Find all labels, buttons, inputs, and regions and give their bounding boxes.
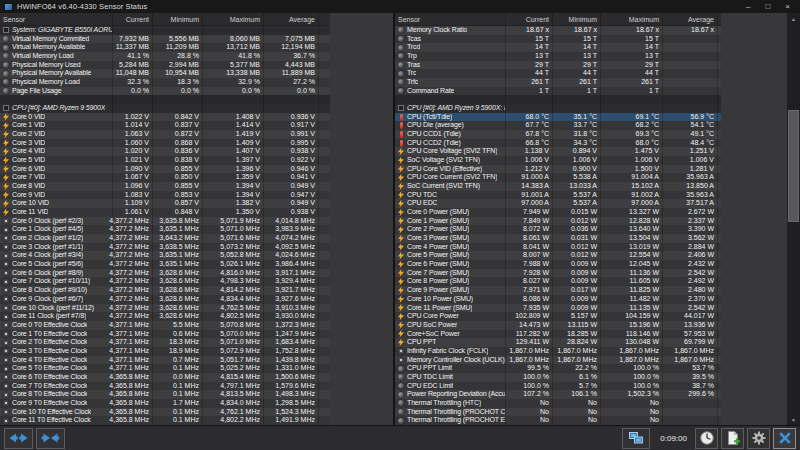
sensor-row[interactable]: Core 4 Power (SMU)8.041 W0.012 W13.019 W…: [395, 243, 721, 252]
sensor-row[interactable]: Command Rate1 T1 T1 T: [395, 87, 721, 96]
sensor-row[interactable]: Physical Memory Used5,284 MB2,994 MB5,37…: [0, 61, 330, 70]
sensor-row[interactable]: Thermal Throttling (PROCHOT CPU)NoNoNo: [395, 408, 721, 417]
sensor-row[interactable]: CPU TDC Limit100.0 %6.1 %100.0 %39.5 %: [395, 373, 721, 382]
minimize-button[interactable]: –: [746, 0, 750, 13]
sensor-row[interactable]: SoC Current (SVI2 TFN)14.383 A13.033 A15…: [395, 182, 721, 191]
sensor-row[interactable]: Core 0 Clock (perf #2/3)4,377.2 MHz3,635…: [0, 217, 330, 226]
sensor-group-header[interactable]: CPU [#0]: AMD Ryzen 9 5900X: Enhan...: [395, 104, 721, 113]
checkbox-icon[interactable]: [3, 27, 9, 33]
sensor-row[interactable]: Core 6 T0 Effective Clock4,365.8 MHz0.0 …: [0, 373, 330, 382]
scrollbar-thumb[interactable]: [788, 110, 799, 222]
sensor-group-header[interactable]: System: GIGABYTE B550I AORUS PRO AX: [0, 26, 330, 35]
sensor-row[interactable]: Core 5 VID1.021 V0.838 V1.397 V0.922 V: [0, 156, 330, 165]
sensor-row[interactable]: Core 3 Power (SMU)8.061 W0.031 W13.504 W…: [395, 234, 721, 243]
sensor-row[interactable]: Core 10 Clock (perf #11/12)4,377.2 MHz3,…: [0, 304, 330, 313]
column-header-maximum[interactable]: Maximum: [202, 13, 263, 25]
sensor-row[interactable]: CPU PPT129.411 W28.824 W130.048 W69.799 …: [395, 338, 721, 347]
sensor-row[interactable]: Virtual Memory Available11,337 MB11,209 …: [0, 43, 330, 52]
sensor-row[interactable]: Core 8 T0 Effective Clock4,365.8 MHz0.1 …: [0, 390, 330, 399]
sensor-row[interactable]: SoC Voltage (SVI2 TFN)1.006 V1.006 V1.00…: [395, 156, 721, 165]
column-header-sensor[interactable]: Sensor: [0, 13, 112, 25]
sensor-row[interactable]: Core 2 T0 Effective Clock4,377.1 MHz18.3…: [0, 338, 330, 347]
column-header-average[interactable]: Average: [662, 13, 717, 25]
sensor-row[interactable]: Core 3 VID1.060 V0.868 V1.409 V0.995 V: [0, 139, 330, 148]
expand-columns-button[interactable]: [4, 428, 33, 449]
sensor-row[interactable]: Core 2 Power (SMU)8.072 W0.036 W13.640 W…: [395, 225, 721, 234]
logging-report-button[interactable]: [721, 428, 744, 449]
sensor-row[interactable]: CPU CCD1 (Tdie)67.8 °C31.8 °C69.3 °C49.1…: [395, 130, 721, 139]
sensor-row[interactable]: Core 11 T0 Effective Clock4,365.8 MHz0.1…: [0, 416, 330, 425]
sensor-row[interactable]: CPU TDC91.001 A5.537 A91.002 A35.963 A: [395, 191, 721, 200]
sensor-row[interactable]: Core 8 VID1.096 V0.855 V1.394 V0.949 V: [0, 182, 330, 191]
column-header-sensor[interactable]: Sensor: [395, 13, 505, 25]
sensor-row[interactable]: Tras29 T29 T29 T: [395, 61, 721, 70]
sensor-row[interactable]: CPU PPT Limit99.5 %22.2 %100.0 %53.7 %: [395, 364, 721, 373]
scroll-up-icon[interactable]: ▲: [787, 13, 800, 24]
sensor-row[interactable]: Core 6 VID1.090 V0.855 V1.396 V0.946 V: [0, 165, 330, 174]
column-header-current[interactable]: Current: [112, 13, 152, 25]
checkbox-icon[interactable]: [398, 105, 404, 111]
sensor-row[interactable]: Core 9 Power (SMU)7.971 W0.017 W11.825 W…: [395, 286, 721, 295]
sensor-row[interactable]: Core 4 Clock (perf #3/4)4,377.2 MHz3,635…: [0, 251, 330, 260]
sensor-row[interactable]: Thermal Throttling (HTC)NoNoNo: [395, 399, 721, 408]
sensor-row[interactable]: CPU EDC97.000 A5.537 A97.000 A37.517 A: [395, 199, 721, 208]
column-header-maximum[interactable]: Maximum: [600, 13, 662, 25]
sensor-row[interactable]: Trcd14 T14 T14 T: [395, 43, 721, 52]
sensor-row[interactable]: Core 1 Power (SMU)7.849 W0.012 W12.828 W…: [395, 217, 721, 226]
sensor-row[interactable]: Physical Memory Load32.3 %18.3 %32.9 %27…: [0, 78, 330, 87]
configure-button[interactable]: [747, 428, 770, 449]
sensor-row[interactable]: Core 6 Power (SMU)7.988 W0.009 W12.045 W…: [395, 260, 721, 269]
sensor-row[interactable]: Core 6 Clock (perf #8/9)4,377.2 MHz3,628…: [0, 269, 330, 278]
sensor-row[interactable]: Power Reporting Deviation (Accuracy)107.…: [395, 390, 721, 399]
sensor-row[interactable]: Core 10 Power (SMU)8.086 W0.009 W11.482 …: [395, 295, 721, 304]
maximize-button[interactable]: □: [765, 0, 770, 13]
sensor-row[interactable]: Core 7 Clock (perf #10/11)4,377.2 MHz3,6…: [0, 277, 330, 286]
sensor-row[interactable]: Core 2 Clock (perf #1/2)4,377.2 MHz3,643…: [0, 234, 330, 243]
sensor-row[interactable]: CPU EDC Limit100.0 %5.7 %100.0 %38.7 %: [395, 382, 721, 391]
sensor-row[interactable]: Core 4 T0 Effective Clock4,377.1 MHz0.7 …: [0, 356, 330, 365]
sensor-row[interactable]: Memory Controller Clock (UCLK)1,867.0 MH…: [395, 356, 721, 365]
sensor-row[interactable]: Core 7 Power (SMU)7.928 W0.009 W11.136 W…: [395, 269, 721, 278]
sensor-row[interactable]: Infinity Fabric Clock (FCLK)1,867.0 MHz1…: [395, 347, 721, 356]
sensor-row[interactable]: Core 10 VID1.109 V0.857 V1.382 V0.949 V: [0, 199, 330, 208]
sensor-row[interactable]: Memory Clock Ratio18.67 x18.67 x18.67 x1…: [395, 26, 721, 35]
sensor-row[interactable]: Core 1 Clock (perf #4/5)4,377.2 MHz3,635…: [0, 225, 330, 234]
sensor-row[interactable]: Core 0 Power (SMU)7.949 W0.015 W13.327 W…: [395, 208, 721, 217]
sensor-row[interactable]: CPU Core Voltage (SVI2 TFN)1.138 V0.894 …: [395, 147, 721, 156]
sensor-row[interactable]: Core 2 VID1.063 V0.872 V1.419 V0.991 V: [0, 130, 330, 139]
sensor-row[interactable]: Core 5 T0 Effective Clock4,377.1 MHz0.1 …: [0, 364, 330, 373]
scrollbar-track[interactable]: [787, 24, 800, 414]
sensor-row[interactable]: Trp13 T13 T13 T: [395, 52, 721, 61]
sensor-row[interactable]: Core 8 Clock (perf #9/10)4,377.2 MHz3,62…: [0, 286, 330, 295]
sensor-row[interactable]: Core+SoC Power117.282 W18.285 W118.146 W…: [395, 330, 721, 339]
sensor-row[interactable]: CPU Core Current (SVI2 TFN)91.000 A5.538…: [395, 173, 721, 182]
sensor-row[interactable]: Core 11 Clock (perf #7/8)4,377.2 MHz3,62…: [0, 312, 330, 321]
sensor-row[interactable]: Tcas15 T15 T15 T: [395, 35, 721, 44]
sensor-row[interactable]: CPU Die (average)67.7 °C33.7 °C68.2 °C54…: [395, 121, 721, 130]
sensor-row[interactable]: Core 4 VID1.020 V0.836 V1.407 V0.938 V: [0, 147, 330, 156]
sensor-row[interactable]: Page File Usage0.0 %0.0 %0.0 %0.0 %: [0, 87, 330, 96]
sensor-row[interactable]: Core 7 T0 Effective Clock4,365.8 MHz0.1 …: [0, 382, 330, 391]
sensor-row[interactable]: Core 8 Power (SMU)8.027 W0.009 W11.605 W…: [395, 277, 721, 286]
column-header-average[interactable]: Average: [263, 13, 318, 25]
checkbox-icon[interactable]: [3, 105, 9, 111]
sensor-row[interactable]: Trfc261 T261 T261 T: [395, 78, 721, 87]
sensor-row[interactable]: Core 5 Clock (perf #5/6)4,377.2 MHz3,635…: [0, 260, 330, 269]
sensor-row[interactable]: Core 3 Clock (perf #1/1)4,377.2 MHz3,638…: [0, 243, 330, 252]
sensor-row[interactable]: Thermal Throttling (PROCHOT EXT)NoNoNo: [395, 416, 721, 425]
sensor-row[interactable]: Trc44 T44 T44 T: [395, 69, 721, 78]
sensor-row[interactable]: Core 0 T0 Effective Clock4,377.1 MHz5.5 …: [0, 321, 330, 330]
sensor-group-header[interactable]: CPU [#0]: AMD Ryzen 9 5900X: [0, 104, 330, 113]
sensor-row[interactable]: Core 1 VID1.014 V0.837 V1.414 V0.917 V: [0, 121, 330, 130]
sensor-row[interactable]: CPU (Tctl/Tdie)68.0 °C35.1 °C69.1 °C56.9…: [395, 113, 721, 122]
sensor-row[interactable]: Core 9 VID1.083 V0.853 V1.394 V0.947 V: [0, 191, 330, 200]
close-window-button[interactable]: ×: [785, 0, 790, 13]
sensor-row[interactable]: Virtual Memory Load41.1 %28.8 %41.8 %36.…: [0, 52, 330, 61]
scrollbar[interactable]: ▲ ▼: [787, 13, 800, 425]
sensor-row[interactable]: Core 7 VID1.067 V0.850 V1.359 V0.941 V: [0, 173, 330, 182]
sensor-row[interactable]: Core 5 Power (SMU)8.007 W0.012 W12.554 W…: [395, 251, 721, 260]
sensor-row[interactable]: Core 11 Power (SMU)7.935 W0.009 W11.135 …: [395, 304, 721, 313]
sensor-row[interactable]: Core 0 VID1.022 V0.842 V1.408 V0.936 V: [0, 113, 330, 122]
sensor-row[interactable]: Core 3 T0 Effective Clock4,377.1 MHz18.9…: [0, 347, 330, 356]
sensor-row[interactable]: CPU Core VID (Effective)1.212 V0.900 V1.…: [395, 165, 721, 174]
